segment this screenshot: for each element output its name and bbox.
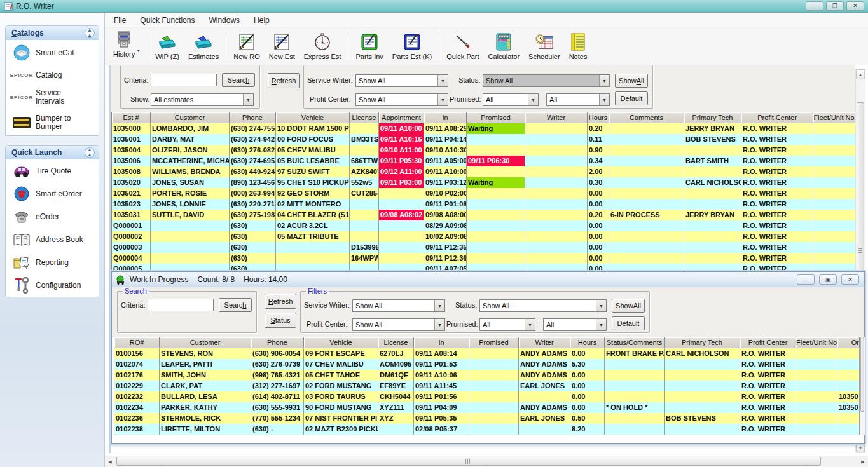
cell[interactable] <box>796 413 837 424</box>
express-est-button[interactable]: Express Est <box>300 29 346 64</box>
cell[interactable] <box>469 359 519 370</box>
parts-inv-button[interactable]: Parts Inv <box>351 29 387 64</box>
chevron-down-icon[interactable]: ▼ <box>596 319 606 330</box>
cell[interactable] <box>525 210 588 220</box>
cell[interactable]: ANDY ADAMS <box>519 348 570 359</box>
cell[interactable]: 95 CHET S10 PICKUP <box>276 177 350 188</box>
cell[interactable]: 09/11 P03:00 <box>379 177 424 188</box>
cell[interactable] <box>525 231 588 242</box>
cell[interactable]: (630) 274-7555 <box>230 123 276 134</box>
wip-show-all-button[interactable]: Show All <box>612 299 645 313</box>
cell[interactable]: 0102234 <box>114 402 160 413</box>
cell[interactable] <box>609 166 684 177</box>
cell[interactable] <box>151 220 230 231</box>
cell[interactable] <box>467 199 525 210</box>
cell[interactable]: 552w5 <box>350 177 379 188</box>
status-combobox[interactable]: Show All▼ <box>483 74 610 87</box>
cell[interactable]: AZK8407 <box>350 166 379 177</box>
cell[interactable]: BM33TS <box>350 134 379 145</box>
column-header[interactable]: Primary Tech <box>684 112 741 123</box>
cell[interactable]: 0.50 <box>570 413 605 424</box>
cell[interactable] <box>609 231 684 242</box>
cell[interactable]: 1035001 <box>112 134 151 145</box>
cell[interactable]: JONES, SUSAN <box>151 177 230 188</box>
cell[interactable] <box>665 359 740 370</box>
cell[interactable] <box>379 242 424 253</box>
cell[interactable]: CLARK, PAT <box>160 381 251 391</box>
cell[interactable] <box>467 231 525 242</box>
cell[interactable] <box>665 424 740 435</box>
wip-status-combobox[interactable]: Show All▼ <box>479 299 607 312</box>
cell[interactable] <box>350 145 379 156</box>
cell[interactable]: CKH5044 <box>378 391 414 402</box>
cell[interactable] <box>813 199 856 210</box>
cell[interactable]: (890) 123-4567 <box>230 177 276 188</box>
catalogs-panel-header[interactable]: Catalogs ▲▲ <box>6 26 99 40</box>
cell[interactable] <box>609 123 684 134</box>
cell[interactable]: ANDY ADAMS <box>519 359 570 370</box>
cell[interactable]: R.O. WRITER <box>740 370 796 381</box>
cell[interactable]: ANDY ADAMS <box>519 370 570 381</box>
menu-help[interactable]: Help <box>254 16 270 25</box>
cell[interactable] <box>605 381 665 391</box>
cell[interactable] <box>684 199 741 210</box>
cell[interactable]: R.O. WRITER <box>741 123 813 134</box>
cell[interactable] <box>665 370 740 381</box>
cell[interactable]: 05 CHET TAHOE <box>304 370 378 381</box>
cell[interactable]: LOMBARDO, JIM <box>151 123 230 134</box>
cell[interactable] <box>813 220 856 231</box>
table-row[interactable]: Q000003(630)D15399809/11 P12:350.00R.O. … <box>112 242 856 253</box>
cell[interactable] <box>609 242 684 253</box>
column-header[interactable]: RO# <box>114 337 160 348</box>
column-header[interactable]: Primary Tech <box>665 337 740 348</box>
scrollbar-thumb[interactable] <box>116 457 821 466</box>
cell[interactable]: R.O. WRITER <box>740 413 796 424</box>
cell[interactable]: R.O. WRITER <box>740 381 796 391</box>
chevron-down-icon[interactable]: ▼ <box>434 300 444 311</box>
cell[interactable] <box>467 220 525 231</box>
cell[interactable]: 03 FORD TAURUS <box>304 391 378 402</box>
menu-quick-functions[interactable]: Quick Functions <box>140 16 195 25</box>
wip-vertical-scrollbar[interactable] <box>860 337 865 435</box>
cell[interactable]: R.O. WRITER <box>741 134 813 145</box>
show-all-button[interactable]: Show All <box>615 74 648 88</box>
cell[interactable] <box>796 348 837 359</box>
cell[interactable]: 09/11 A10:06 <box>414 370 469 381</box>
cell[interactable] <box>469 381 519 391</box>
cell[interactable]: (998) 765-4321 <box>251 370 304 381</box>
cell[interactable]: 09/11 P05:30 <box>379 156 424 166</box>
cell[interactable] <box>379 220 424 231</box>
cell[interactable]: 04 CHET BLAZER (S10 <box>276 210 350 220</box>
cell[interactable]: 0.34 <box>588 156 609 166</box>
column-header[interactable]: Profit Center <box>740 337 796 348</box>
cell[interactable] <box>813 156 856 166</box>
cell[interactable]: 05 BUIC LESABRE <box>276 156 350 166</box>
cell[interactable]: 1035031 <box>112 210 151 220</box>
column-header[interactable]: License <box>350 112 379 123</box>
cell[interactable] <box>525 242 588 253</box>
wip-titlebar[interactable]: Work In Progress Count: 8/ 8 Hours: 14.0… <box>112 272 864 287</box>
cell[interactable] <box>350 199 379 210</box>
cell[interactable] <box>378 424 414 435</box>
cell[interactable]: 686TTW <box>350 156 379 166</box>
wip-criteria-input[interactable] <box>148 299 214 311</box>
cell[interactable] <box>665 391 740 402</box>
cell[interactable] <box>684 231 741 242</box>
cell[interactable]: 09/10 A10:30 <box>424 145 467 156</box>
collapse-chevron-icon[interactable]: ▲▲ <box>85 28 95 38</box>
cell[interactable]: 0.20 <box>588 210 609 220</box>
column-header[interactable]: Status/Comments <box>605 337 665 348</box>
cell[interactable] <box>276 242 350 253</box>
column-header[interactable]: Est # <box>112 112 151 123</box>
cell[interactable]: DARBY, MAT <box>151 134 230 145</box>
cell[interactable]: 07 CHEV MALIBU <box>304 359 378 370</box>
cell[interactable]: 10/02 A09:08 <box>424 231 467 242</box>
cell[interactable]: 09 FORT ESCAPE <box>304 348 378 359</box>
sidebar-item-tire-quote[interactable]: Tire Quote <box>6 159 99 182</box>
scroll-right-icon[interactable]: ▶ <box>858 457 868 467</box>
parts-est-button[interactable]: Parts Est (K) <box>388 29 436 64</box>
cell[interactable]: Waiting <box>467 123 525 134</box>
column-header[interactable]: Writer <box>519 337 570 348</box>
cell[interactable] <box>469 348 519 359</box>
wip-refresh-button[interactable]: Refresh <box>265 294 296 309</box>
